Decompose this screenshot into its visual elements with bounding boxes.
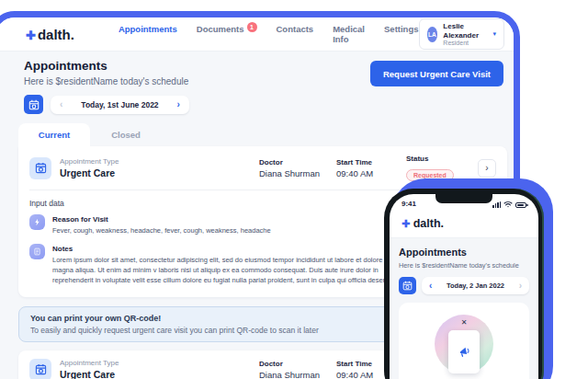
doctor-label: Doctor	[259, 158, 336, 167]
avatar: LA	[427, 27, 438, 42]
logo-plus-icon: ✚	[401, 218, 410, 229]
calendar-button[interactable]	[24, 95, 43, 114]
reason-value: Fever, cough, weakness, headache, fever,…	[52, 226, 271, 236]
nav-item-appointments[interactable]: Appointments	[119, 24, 177, 44]
phone-screen: 9:41 ✚ dalth. Appointments	[390, 194, 538, 379]
wifi-icon	[503, 201, 513, 208]
nav-item-settings[interactable]: Settings	[384, 24, 418, 44]
phone-brand-logo: ✚ dalth.	[401, 217, 444, 230]
user-menu[interactable]: LA Leslie Alexander Resident ▾	[419, 18, 505, 50]
nav-item-medical-info[interactable]: Medical Info	[333, 24, 365, 44]
nav-label: Contacts	[277, 24, 314, 34]
appointment-type-label: Appointment Type	[60, 157, 119, 166]
calendar-button[interactable]	[399, 277, 416, 294]
nav-label: Appointments	[119, 24, 177, 34]
date-navigator: ‹ Today, 2 Jan 2022 ›	[422, 277, 529, 294]
page-title: Appointments	[24, 59, 188, 73]
current-date: Today, 1st June 2022	[81, 100, 158, 109]
tab-closed[interactable]: Closed	[90, 123, 162, 146]
document-icon	[29, 244, 45, 259]
status-label: Status	[406, 155, 467, 163]
user-name: Leslie Alexander	[443, 22, 483, 40]
open-appointment-button[interactable]: ›	[478, 159, 496, 178]
logo-plus-icon: ✚	[26, 29, 36, 42]
chevron-left-icon[interactable]: ‹	[60, 100, 62, 109]
chevron-right-icon[interactable]: ›	[519, 281, 522, 291]
phone-page-subtitle: Here is $residentName today's schedule	[399, 261, 529, 270]
chevron-down-icon: ▾	[492, 30, 496, 38]
appointment-type-value: Urgent Care	[60, 167, 119, 178]
nav-item-contacts[interactable]: Contacts	[277, 24, 314, 44]
logo-text: dalth.	[38, 27, 74, 42]
notification-badge: 1	[247, 22, 257, 32]
start-time-label: Start Time	[336, 158, 406, 167]
page-subtitle: Here is $residentName today's schedule	[24, 76, 188, 86]
screenshot-canvas: ✚ dalth. Appointments Documents 1 Contac…	[0, 0, 588, 379]
calendar-icon	[28, 99, 40, 110]
date-navigator: ‹ Today, 1st June 2022 ›	[51, 96, 189, 114]
appointment-type-icon	[29, 157, 51, 179]
chevron-right-icon[interactable]: ›	[177, 100, 180, 109]
doctor-value: Diana Shurman	[259, 370, 336, 379]
close-icon: ✕	[461, 318, 468, 327]
phone-mockup: 9:41 ✚ dalth. Appointments	[384, 189, 544, 379]
appointment-type-icon	[29, 359, 51, 379]
nav-label: Settings	[384, 24, 418, 34]
empty-state-card: ✕ No appointments	[399, 303, 529, 379]
appointment-type-label: Appointment Type	[60, 359, 119, 367]
phone-page-title: Appointments	[399, 247, 529, 258]
doctor-label: Doctor	[259, 360, 336, 368]
appointment-type-value: Urgent Care	[60, 369, 119, 379]
user-role: Resident	[443, 40, 483, 46]
tab-bar: Current Closed	[18, 123, 507, 146]
notification-card	[448, 330, 480, 373]
empty-state-illustration: ✕	[435, 315, 493, 373]
phone-notch	[435, 194, 492, 203]
chevron-left-icon[interactable]: ‹	[429, 281, 432, 291]
calendar-icon	[402, 281, 413, 291]
status-time: 9:41	[401, 200, 416, 208]
signal-icon	[492, 201, 501, 208]
request-urgent-care-button[interactable]: Request Urgent Care Visit	[370, 61, 503, 86]
battery-icon	[515, 202, 526, 208]
reason-label: Reason for Visit	[52, 215, 271, 224]
current-date: Today, 2 Jan 2022	[447, 281, 504, 290]
doctor-value: Diana Shurman	[259, 168, 336, 178]
main-nav: Appointments Documents 1 Contacts Medica…	[119, 24, 419, 44]
start-time-value: 09:40 AM	[336, 168, 406, 178]
megaphone-icon	[458, 345, 471, 359]
nav-label: Documents	[197, 24, 244, 34]
notes-value: Lorem ipsum dolor sit amet, consectetur …	[52, 256, 403, 286]
app-header: ✚ dalth. Appointments Documents 1 Contac…	[0, 17, 514, 52]
logo-text: dalth.	[413, 217, 444, 230]
nav-item-documents[interactable]: Documents 1	[197, 24, 257, 44]
nav-label: Medical Info	[333, 24, 365, 44]
lightning-icon	[29, 214, 45, 230]
tab-current[interactable]: Current	[18, 123, 90, 146]
brand-logo: ✚ dalth.	[26, 27, 74, 42]
notes-label: Notes	[52, 245, 403, 253]
